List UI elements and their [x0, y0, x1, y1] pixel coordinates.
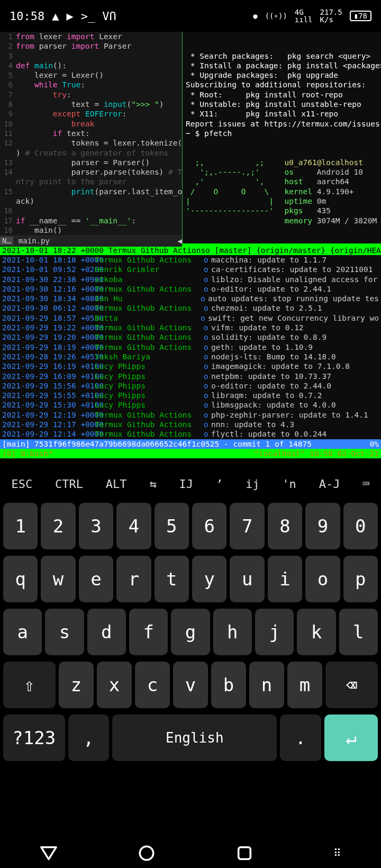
- gitlog-row[interactable]: 2021-09-29 15:30 +0100Lucy Phippsolibmsg…: [0, 400, 381, 410]
- key[interactable]: 0: [343, 503, 378, 549]
- hotspot-icon: ((∘)): [265, 12, 287, 20]
- vnc-icon: VՈ: [102, 10, 116, 23]
- key[interactable]: 2: [41, 503, 75, 549]
- key[interactable]: z: [59, 662, 94, 708]
- gitlog-row[interactable]: 2021-09-30 18:34 +0800Ian Huoauto update…: [0, 294, 381, 303]
- gitlog-statusbar: [main] 7531f96f986e47a79b6698da066652c46…: [0, 439, 381, 449]
- gitlog-row[interactable]: 2021-10-01 18:18 +0000Termux Github Acti…: [0, 255, 381, 265]
- key[interactable]: 7: [230, 503, 264, 549]
- terminal-area[interactable]: 1from lexer import Lexer2from parser imp…: [0, 32, 381, 468]
- enter-key[interactable]: ↵: [324, 715, 378, 761]
- key[interactable]: 8: [268, 503, 302, 549]
- key[interactable]: 3: [79, 503, 113, 549]
- battery-icon: ▮78: [350, 11, 371, 21]
- key[interactable]: p: [343, 556, 378, 602]
- gitlog-row[interactable]: 2021-09-29 16:19 +0100Lucy Phippsoimagem…: [0, 361, 381, 371]
- editor-pane[interactable]: 1from lexer import Lexer2from parser imp…: [0, 32, 183, 243]
- termux-extra-keys: ESCCTRLALT⇆IJ’ij'nA-J⌨: [0, 468, 381, 500]
- back-icon[interactable]: [40, 844, 58, 862]
- key[interactable]: m: [287, 662, 322, 708]
- gitlog-row[interactable]: 2021-09-29 12:19 +0000Termux Github Acti…: [0, 410, 381, 420]
- gitlog-row[interactable]: 2021-09-28 19:26 +0530Yaksh Bariyaonodej…: [0, 352, 381, 361]
- key[interactable]: s: [45, 609, 84, 655]
- gitlog-row[interactable]: 2021-09-29 12:17 +0000Termux Github Acti…: [0, 420, 381, 429]
- key[interactable]: a: [3, 609, 42, 655]
- extra-key[interactable]: CTRL: [55, 477, 83, 491]
- key[interactable]: w: [41, 556, 75, 602]
- key[interactable]: l: [339, 609, 378, 655]
- gitlog-row[interactable]: 2021-09-29 18:19 +0000Termux Github Acti…: [0, 342, 381, 352]
- editor-filename: main.py: [13, 237, 55, 245]
- svg-rect-1: [239, 847, 251, 860]
- key[interactable]: g: [171, 609, 210, 655]
- space-key[interactable]: English: [112, 715, 277, 761]
- key[interactable]: j: [255, 609, 294, 655]
- gitlog-header: 2021-10-01 18:22 +0000 Termux Github Act…: [0, 246, 381, 255]
- recent-icon[interactable]: [235, 844, 253, 862]
- dot-icon: ●: [253, 12, 257, 20]
- key[interactable]: b: [211, 662, 246, 708]
- extra-key[interactable]: ⇆: [149, 477, 156, 491]
- editor-mode-indicator: N…: [0, 237, 13, 245]
- key[interactable]: y: [192, 556, 226, 602]
- gitlog-row[interactable]: 2021-09-30 22:38 +0900xtkobaoliblzo: Dis…: [0, 275, 381, 284]
- tmux-statusbar: [0] 0:bash* "localhost" 10:58 02-Oct-21: [0, 449, 381, 458]
- home-icon[interactable]: [138, 844, 156, 862]
- extra-key[interactable]: ’: [216, 477, 223, 491]
- key[interactable]: 6: [192, 503, 226, 549]
- backspace-key[interactable]: ⌫: [325, 662, 378, 708]
- extra-key[interactable]: ESC: [11, 477, 32, 491]
- key[interactable]: 1: [3, 503, 38, 549]
- key[interactable]: h: [213, 609, 252, 655]
- key[interactable]: 9: [305, 503, 340, 549]
- key[interactable]: v: [173, 662, 208, 708]
- key[interactable]: q: [3, 556, 38, 602]
- extra-key[interactable]: IJ: [179, 477, 194, 491]
- gitlog-row[interactable]: 2021-10-01 09:52 +0200Henrik Grimleroca-…: [0, 265, 381, 274]
- gitlog-row[interactable]: 2021-09-29 18:57 +0530Buttaoswift: get n…: [0, 313, 381, 323]
- key[interactable]: e: [79, 556, 113, 602]
- comma-key[interactable]: ,: [68, 715, 110, 761]
- symbols-key[interactable]: ?123: [3, 715, 65, 761]
- extra-key[interactable]: ⌨: [362, 477, 369, 491]
- key[interactable]: u: [230, 556, 264, 602]
- gitlog-row[interactable]: 2021-09-29 19:20 +0000Termux Github Acti…: [0, 332, 381, 342]
- key[interactable]: 5: [155, 503, 189, 549]
- android-navbar: ⠿: [0, 838, 381, 868]
- youtube-icon: ▶: [66, 10, 73, 23]
- key[interactable]: n: [249, 662, 284, 708]
- gitlog-row[interactable]: 2021-09-30 12:16 +0000Termux Github Acti…: [0, 284, 381, 294]
- key[interactable]: t: [155, 556, 189, 602]
- gitlog-row[interactable]: 2021-09-29 15:55 +0100Lucy Phippsolibraq…: [0, 391, 381, 400]
- key[interactable]: i: [268, 556, 302, 602]
- key[interactable]: f: [129, 609, 168, 655]
- net-speed: 217.5 K/s: [320, 8, 342, 23]
- gitlog-row[interactable]: 2021-09-29 16:09 +0100Lucy Phippsonetpbm…: [0, 372, 381, 381]
- key[interactable]: k: [297, 609, 335, 655]
- key[interactable]: d: [87, 609, 126, 655]
- statusbar: 10:58 ▲ ▶ >_ VՈ ● ((∘)) 4Gııll 217.5 K/s…: [0, 0, 381, 32]
- key[interactable]: c: [135, 662, 170, 708]
- gitlog-row[interactable]: 2021-09-29 15:56 +0100Lucy Phippsoo-edit…: [0, 381, 381, 391]
- onscreen-keyboard: 1234567890 qwertyuiop asdfghjkl ⇧zxcvbnm…: [0, 500, 381, 838]
- extra-key[interactable]: 'n: [282, 477, 296, 491]
- extra-key[interactable]: ALT: [106, 477, 127, 491]
- editor-tabline: N… main.py ◀: [0, 235, 182, 247]
- key[interactable]: 4: [116, 503, 151, 549]
- extra-key[interactable]: ij: [246, 477, 260, 491]
- extra-key[interactable]: A-J: [319, 477, 340, 491]
- gitlog-row[interactable]: 2021-09-29 12:14 +0000Termux Github Acti…: [0, 429, 381, 439]
- gitlog-row[interactable]: 2021-09-30 06:12 +0000Termux Github Acti…: [0, 303, 381, 313]
- net-icon: 4Gııll: [295, 8, 313, 23]
- gitlog-row[interactable]: 2021-09-29 19:22 +0000Termux Github Acti…: [0, 323, 381, 332]
- keyboard-switch-icon[interactable]: ⠿: [333, 847, 341, 860]
- shell-pane[interactable]: * Search packages: pkg search <query> * …: [183, 32, 381, 243]
- shift-key[interactable]: ⇧: [3, 662, 56, 708]
- gitlog-pane[interactable]: 2021-10-01 18:18 +0000Termux Github Acti…: [0, 255, 381, 439]
- key[interactable]: r: [116, 556, 151, 602]
- period-key[interactable]: .: [280, 715, 321, 761]
- key[interactable]: o: [305, 556, 340, 602]
- warning-icon: ▲: [52, 10, 59, 23]
- svg-point-0: [140, 846, 153, 860]
- key[interactable]: x: [97, 662, 132, 708]
